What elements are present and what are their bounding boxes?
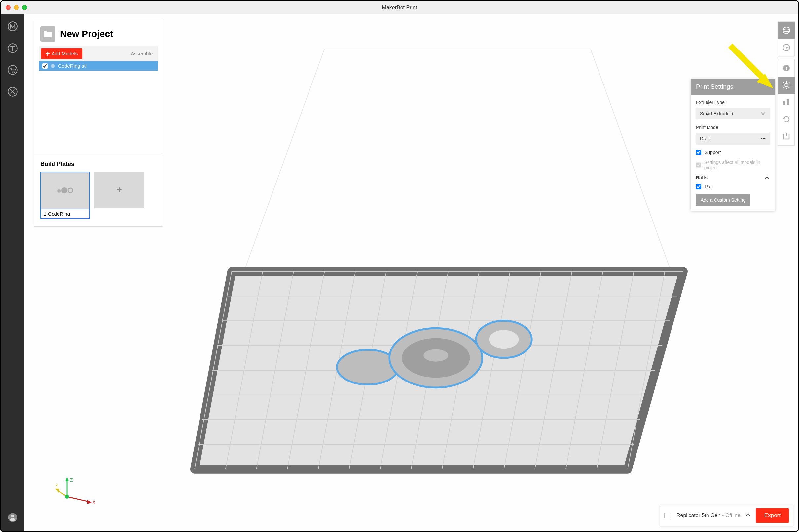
bracket-icon xyxy=(782,132,791,141)
svg-marker-72 xyxy=(782,118,785,119)
more-icon: ••• xyxy=(761,136,766,141)
model-checkbox[interactable] xyxy=(42,63,48,69)
svg-marker-48 xyxy=(66,477,69,481)
print-settings-button[interactable] xyxy=(778,77,795,94)
titlebar: MakerBot Print xyxy=(1,1,798,14)
chevron-up-icon xyxy=(764,175,769,180)
print-mode-select[interactable]: Draft ••• xyxy=(696,133,769,145)
affect-all-checkbox-row: Settings affect all models in project xyxy=(696,160,769,170)
cart-icon[interactable] xyxy=(7,64,18,77)
models-toolbar: Add Models Assemble xyxy=(39,46,158,61)
print-settings-title: Print Settings xyxy=(691,79,775,95)
axis-z-label: Z xyxy=(70,477,73,482)
build-plates-list: 1-CodeRing + xyxy=(34,172,163,226)
time-estimate-button[interactable] xyxy=(778,39,795,56)
reload-button[interactable] xyxy=(778,111,795,128)
svg-marker-57 xyxy=(786,46,788,49)
affect-all-label: Settings affect all models in project xyxy=(704,160,769,170)
info-icon xyxy=(782,64,791,72)
svg-point-46 xyxy=(68,188,73,193)
svg-point-9 xyxy=(11,515,14,518)
svg-line-11 xyxy=(244,49,325,271)
plus-icon: + xyxy=(94,172,144,208)
svg-point-53 xyxy=(65,495,69,499)
svg-point-61 xyxy=(785,83,788,87)
printer-info[interactable]: Replicator 5th Gen • Offline xyxy=(676,513,741,518)
build-plate-label: 1-CodeRing xyxy=(41,209,89,218)
project-panel: New Project Add Models Assemble CodeRing… xyxy=(34,20,163,227)
build-plates-heading: Build Plates xyxy=(40,161,163,168)
support-checkbox-row[interactable]: Support xyxy=(696,150,769,155)
refresh-icon xyxy=(782,115,791,124)
raft-label: Raft xyxy=(705,184,713,189)
add-models-label: Add Models xyxy=(52,51,78,56)
svg-point-42 xyxy=(489,330,519,348)
svg-point-4 xyxy=(14,72,15,73)
add-models-button[interactable]: Add Models xyxy=(41,48,82,59)
svg-point-40 xyxy=(423,349,448,361)
build-plate-thumbnail xyxy=(41,172,89,209)
svg-rect-59 xyxy=(786,67,787,70)
axis-x-label: X xyxy=(92,500,95,505)
makerbot-logo-icon[interactable] xyxy=(7,21,18,33)
printer-menu-toggle[interactable] xyxy=(746,513,750,518)
app-window: MakerBot Print xyxy=(0,0,799,532)
svg-point-44 xyxy=(57,189,61,193)
svg-point-54 xyxy=(783,27,790,34)
3d-viewport[interactable]: New Project Add Models Assemble CodeRing… xyxy=(24,14,798,531)
printer-name: Replicator 5th Gen xyxy=(676,513,720,518)
support-label: Support xyxy=(705,150,721,155)
left-nav xyxy=(1,14,24,531)
svg-rect-70 xyxy=(783,101,785,104)
support-checkbox[interactable] xyxy=(696,150,701,155)
sphere-icon xyxy=(782,26,791,35)
model-list-item[interactable]: CodeRing.stl xyxy=(39,61,158,71)
axis-gizmo: Z X Y xyxy=(55,477,95,508)
assemble-link[interactable]: Assemble xyxy=(131,51,152,56)
info-button[interactable] xyxy=(778,59,795,77)
svg-point-55 xyxy=(783,29,790,32)
rafts-section-header[interactable]: Rafts xyxy=(696,175,769,180)
thingiverse-icon[interactable] xyxy=(7,42,18,55)
svg-line-12 xyxy=(591,49,671,271)
model-name: CodeRing.stl xyxy=(58,63,87,69)
svg-point-2 xyxy=(8,65,17,74)
svg-line-66 xyxy=(783,82,784,83)
view-sphere-button[interactable] xyxy=(778,22,795,39)
svg-line-68 xyxy=(783,87,784,88)
affect-all-checkbox xyxy=(696,163,701,168)
folder-icon xyxy=(40,26,55,42)
model-icon xyxy=(50,63,55,69)
plus-icon xyxy=(46,52,50,56)
window-title: MakerBot Print xyxy=(1,5,798,11)
project-title: New Project xyxy=(60,29,113,39)
user-avatar-icon[interactable] xyxy=(7,512,18,525)
printer-status: Offline xyxy=(725,513,741,518)
export-button[interactable]: Export xyxy=(756,508,789,523)
extruder-type-value: Smart Extruder+ xyxy=(700,111,733,116)
app-body: New Project Add Models Assemble CodeRing… xyxy=(1,14,798,531)
tools-icon[interactable] xyxy=(7,86,18,99)
svg-point-0 xyxy=(8,22,17,31)
add-custom-setting-button[interactable]: Add a Custom Setting xyxy=(696,194,750,206)
arrange-button[interactable] xyxy=(778,94,795,111)
raft-checkbox[interactable] xyxy=(696,184,701,189)
arrange-icon xyxy=(782,98,791,107)
right-toolbar xyxy=(778,21,795,146)
add-build-plate-button[interactable]: + xyxy=(94,172,144,219)
svg-line-67 xyxy=(788,87,789,88)
svg-line-69 xyxy=(788,82,789,83)
extruder-type-select[interactable]: Smart Extruder+ xyxy=(696,108,769,119)
extruder-type-label: Extruder Type xyxy=(696,100,769,105)
print-mode-label: Print Mode xyxy=(696,125,769,130)
svg-rect-73 xyxy=(786,133,787,136)
print-settings-panel: Print Settings Extruder Type Smart Extru… xyxy=(691,79,775,211)
build-plate-item[interactable]: 1-CodeRing xyxy=(40,172,90,219)
svg-point-45 xyxy=(61,187,67,193)
svg-point-6 xyxy=(10,89,11,90)
svg-marker-50 xyxy=(87,500,92,504)
place-button[interactable] xyxy=(778,128,795,145)
clock-play-icon xyxy=(782,43,791,52)
raft-checkbox-row[interactable]: Raft xyxy=(696,184,769,189)
print-mode-value: Draft xyxy=(700,136,710,141)
